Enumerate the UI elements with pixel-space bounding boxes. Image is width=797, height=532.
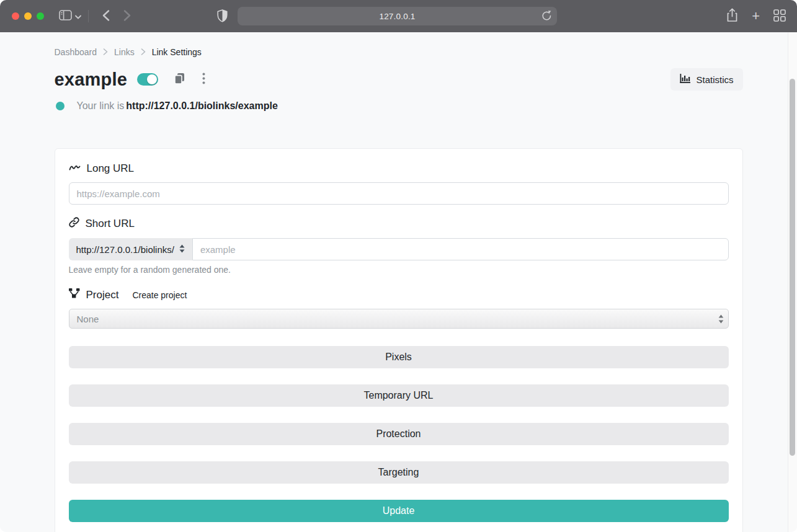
reload-icon [541, 10, 552, 24]
short-link-url[interactable]: http://127.0.0.1/biolinks/example [126, 100, 278, 111]
statistics-button[interactable]: Statistics [670, 68, 742, 91]
breadcrumb-links[interactable]: Links [114, 47, 135, 57]
select-arrows-icon [179, 244, 185, 255]
project-select-value: None [77, 314, 99, 324]
window-controls [12, 12, 44, 20]
address-bar[interactable]: 127.0.0.1 [238, 7, 557, 25]
zoom-window-button[interactable] [37, 12, 44, 20]
create-project-link[interactable]: Create project [132, 290, 187, 300]
chevron-right-icon [141, 47, 146, 57]
short-url-input[interactable] [192, 238, 729, 260]
status-row: Your link ishttp://127.0.0.1/biolinks/ex… [55, 100, 743, 112]
forward-icon [123, 10, 131, 23]
project-label: Project [69, 288, 119, 301]
tab-overview-button[interactable] [773, 9, 786, 24]
temporary-url-section-button[interactable]: Temporary URL [69, 384, 729, 407]
bar-chart-icon [680, 74, 690, 85]
sidebar-icon [59, 10, 72, 22]
sidebar-dropdown-button[interactable] [75, 12, 81, 21]
circle-dot-icon [56, 102, 65, 110]
breadcrumb-link-settings: Link Settings [152, 47, 202, 57]
scrollbar-track[interactable] [788, 32, 797, 532]
long-url-input[interactable] [69, 182, 729, 205]
chrome-divider [88, 10, 89, 22]
statistics-label: Statistics [696, 74, 733, 85]
page-title: example [55, 69, 127, 90]
squiggle-icon [69, 162, 81, 175]
back-button[interactable] [102, 10, 110, 23]
targeting-section-button[interactable]: Targeting [69, 461, 729, 484]
short-url-domain-select[interactable]: http://127.0.0.1/biolinks/ [69, 238, 192, 260]
toggle-knob [147, 74, 157, 84]
chevron-down-icon [75, 12, 81, 21]
scrollbar-thumb[interactable] [790, 79, 795, 456]
project-row: Project Create project [69, 288, 729, 301]
browser-chrome: 127.0.0.1 + [0, 0, 797, 32]
update-button[interactable]: Update [69, 500, 729, 522]
protection-section-button[interactable]: Protection [69, 423, 729, 445]
short-url-label: Short URL [69, 217, 729, 231]
share-icon [726, 8, 738, 24]
breadcrumb-dashboard[interactable]: Dashboard [55, 47, 97, 57]
close-window-button[interactable] [12, 12, 19, 20]
forward-button[interactable] [123, 10, 131, 23]
chevron-right-icon [103, 47, 108, 57]
copy-icon [174, 73, 185, 86]
breadcrumb: Dashboard Links Link Settings [55, 32, 743, 57]
minimize-window-button[interactable] [24, 12, 32, 20]
link-enabled-toggle[interactable] [137, 73, 158, 86]
project-select[interactable]: None [69, 309, 729, 329]
select-arrows-icon [718, 314, 724, 326]
address-url: 127.0.0.1 [379, 12, 415, 21]
pixels-section-button[interactable]: Pixels [69, 346, 729, 368]
link-settings-card: Long URL Short URL http://127.0.0.1/biol… [55, 148, 743, 532]
tabs-grid-icon [773, 9, 786, 24]
plus-icon: + [752, 9, 760, 23]
title-row: example Statistics [55, 68, 743, 91]
back-icon [102, 10, 110, 23]
project-diagram-icon [69, 288, 80, 301]
sidebar-toggle-button[interactable] [59, 10, 72, 22]
browser-window: 127.0.0.1 + [0, 0, 797, 532]
share-button[interactable] [726, 8, 738, 24]
status-text: Your link ishttp://127.0.0.1/biolinks/ex… [77, 100, 278, 112]
more-options-button[interactable] [202, 73, 205, 86]
short-url-helper: Leave empty for a random generated one. [69, 265, 729, 275]
copy-link-button[interactable] [174, 73, 185, 86]
new-tab-button[interactable]: + [752, 9, 760, 23]
kebab-icon [202, 73, 205, 86]
long-url-label: Long URL [69, 162, 729, 175]
short-url-group: http://127.0.0.1/biolinks/ [69, 238, 729, 260]
privacy-shield-icon[interactable] [217, 9, 228, 25]
page-content: Dashboard Links Link Settings example [0, 32, 797, 532]
link-icon [69, 217, 79, 231]
reload-button[interactable] [541, 10, 552, 24]
